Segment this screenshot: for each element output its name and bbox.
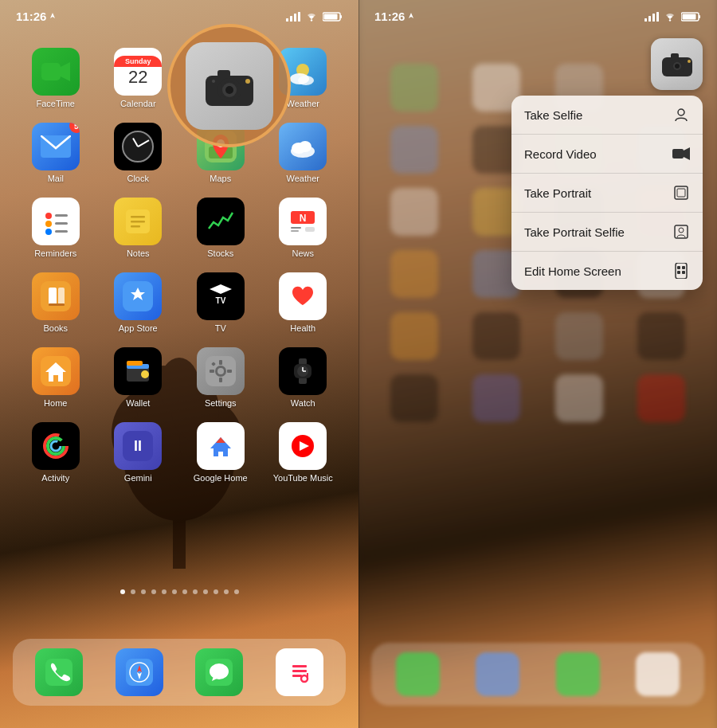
dot-12: [234, 589, 239, 594]
tv-label: TV: [215, 323, 226, 333]
right-phone: 11:26 Take Selfie: [358, 0, 717, 728]
app-youtubemusic[interactable]: YouTube Music: [273, 422, 333, 483]
dot-1: [120, 589, 125, 594]
svg-rect-48: [131, 225, 140, 228]
reminders-label: Reminders: [34, 249, 76, 258]
status-icons-left: [286, 12, 343, 22]
take-portrait-selfie-icon: [672, 223, 690, 241]
stocks-icon: [197, 198, 245, 245]
svg-rect-59: [49, 303, 65, 306]
svg-rect-15: [298, 12, 300, 22]
svg-rect-27: [41, 63, 61, 80]
svg-point-23: [225, 86, 233, 94]
svg-text:N: N: [300, 213, 307, 224]
app-clock[interactable]: Clock: [108, 123, 168, 183]
news-label: News: [292, 249, 314, 258]
app-health[interactable]: Health: [273, 272, 333, 333]
status-bar-right: 11:26: [358, 10, 717, 23]
app-notes[interactable]: Notes: [108, 198, 168, 258]
app-facetime[interactable]: FaceTime: [25, 48, 85, 108]
tv-icon: TV: [197, 272, 245, 320]
dock-safari[interactable]: [109, 648, 169, 696]
dot-4: [151, 589, 156, 594]
svg-rect-19: [324, 14, 338, 19]
menu-take-portrait-selfie[interactable]: Take Portrait Selfie: [511, 213, 703, 252]
svg-marker-28: [61, 62, 70, 81]
reminders-icon: [32, 198, 80, 245]
calendar-label: Calendar: [120, 99, 156, 108]
menu-take-portrait[interactable]: Take Portrait: [511, 174, 703, 213]
time-right: 11:26: [374, 10, 415, 23]
svg-rect-114: [648, 16, 651, 22]
svg-rect-55: [305, 227, 315, 232]
app-tv[interactable]: TV TV: [190, 272, 250, 333]
divider: [358, 0, 359, 728]
appstore-label: App Store: [119, 323, 158, 333]
health-label: Health: [290, 323, 315, 333]
clock-icon: [114, 123, 162, 170]
dot-7: [182, 589, 187, 594]
dock-messages[interactable]: [190, 648, 249, 696]
svg-rect-107: [292, 665, 307, 667]
svg-rect-125: [671, 53, 679, 59]
app-mail[interactable]: 5 Mail: [25, 123, 85, 183]
dock-phone[interactable]: [29, 648, 89, 696]
camera-icon-small: [651, 38, 703, 90]
menu-edit-home-screen[interactable]: Edit Home Screen: [511, 252, 703, 290]
svg-marker-129: [684, 147, 690, 160]
svg-point-127: [678, 109, 684, 115]
app-books[interactable]: Books: [25, 272, 85, 333]
svg-rect-57: [49, 288, 57, 305]
camera-circle: [167, 24, 291, 147]
appstore-icon: [114, 272, 162, 320]
app-calendar[interactable]: Sunday 22 Calendar: [108, 48, 168, 108]
dot-10: [214, 589, 218, 594]
svg-rect-128: [672, 149, 684, 159]
app-gemini[interactable]: II Gemini: [108, 422, 168, 483]
app-row-4: Books App Store TV: [14, 272, 344, 333]
dot-3: [141, 589, 146, 594]
svg-point-38: [299, 141, 311, 152]
dot-8: [193, 589, 198, 594]
facetime-label: FaceTime: [37, 99, 76, 108]
svg-text:II: II: [134, 438, 142, 454]
calendar-icon: Sunday 22: [114, 48, 162, 96]
stocks-label: Stocks: [207, 249, 233, 258]
svg-rect-42: [55, 214, 68, 217]
dock-music[interactable]: [269, 648, 329, 696]
svg-rect-137: [677, 271, 680, 274]
notes-icon: [114, 198, 162, 245]
app-reminders[interactable]: Reminders: [25, 198, 85, 258]
app-stocks[interactable]: Stocks: [190, 198, 250, 258]
svg-point-25: [245, 79, 250, 84]
app-settings[interactable]: Settings: [190, 347, 250, 408]
svg-point-41: [45, 229, 52, 235]
app-activity[interactable]: Activity: [25, 422, 85, 483]
wallet-icon: [114, 347, 162, 395]
svg-rect-44: [55, 230, 68, 233]
svg-rect-131: [677, 189, 685, 197]
menu-take-selfie[interactable]: Take Selfie: [511, 96, 703, 135]
svg-rect-135: [677, 266, 680, 269]
camera-highlight[interactable]: [167, 24, 291, 147]
dot-11: [224, 589, 229, 594]
svg-rect-77: [227, 370, 232, 373]
svg-rect-18: [340, 15, 342, 18]
context-menu: Take Selfie Record Video Take Portrait T…: [511, 96, 703, 290]
svg-point-26: [212, 80, 215, 83]
youtubemusic-label: YouTube Music: [273, 473, 333, 483]
svg-point-117: [669, 19, 671, 21]
svg-rect-113: [645, 18, 647, 22]
camera-icon-top-right[interactable]: [651, 38, 703, 90]
app-googlehome[interactable]: Google Home: [190, 422, 250, 483]
app-row-3: Reminders Notes: [14, 198, 344, 258]
app-news[interactable]: N News: [273, 198, 333, 258]
menu-record-video[interactable]: Record Video: [511, 135, 703, 174]
app-home[interactable]: Home: [25, 347, 85, 408]
app-wallet[interactable]: Wallet: [108, 347, 168, 408]
clock-label: Clock: [127, 174, 149, 183]
app-row-5: Home Wallet: [14, 347, 344, 408]
app-appstore[interactable]: App Store: [108, 272, 168, 333]
app-watch[interactable]: Watch: [273, 347, 333, 408]
status-bar-left: 11:26: [0, 10, 358, 23]
